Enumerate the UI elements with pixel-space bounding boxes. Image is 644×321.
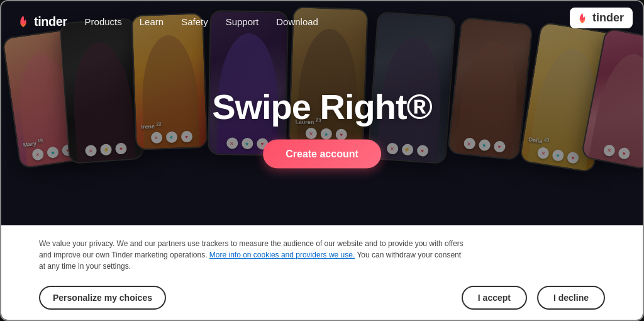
- tinder-corner-logo: tinder: [570, 8, 633, 28]
- personalize-choices-button[interactable]: Personalize my choices: [39, 286, 166, 310]
- privacy-link[interactable]: More info on cookies and providers we us…: [209, 251, 355, 259]
- nav-link-learn[interactable]: Learn: [140, 16, 164, 27]
- tinder-flame-icon: [16, 14, 30, 28]
- hero-content: Swipe Right® Create account: [212, 86, 432, 169]
- privacy-banner: We value your privacy. We and our partne…: [1, 225, 643, 320]
- nav-logo[interactable]: tinder: [16, 14, 67, 29]
- create-account-button[interactable]: Create account: [263, 140, 381, 169]
- nav-link-download[interactable]: Download: [276, 16, 318, 27]
- nav-link-support[interactable]: Support: [226, 16, 259, 27]
- nav-link-products[interactable]: Products: [85, 16, 122, 27]
- accept-button[interactable]: I accept: [462, 286, 527, 310]
- privacy-actions: Personalize my choices I accept I declin…: [39, 286, 605, 310]
- decline-button[interactable]: I decline: [537, 286, 605, 310]
- nav-links: Products Learn Safety Support Download: [85, 16, 318, 27]
- nav-link-safety[interactable]: Safety: [181, 16, 208, 27]
- nav-logo-text: tinder: [34, 14, 67, 29]
- main-frame: Mary 18 ✕ ★ ♥ ✕ ⚡ ♥: [0, 0, 644, 321]
- privacy-text: We value your privacy. We and our partne…: [39, 238, 467, 272]
- corner-logo-text: tinder: [592, 11, 624, 25]
- hero-title: Swipe Right®: [212, 86, 432, 127]
- corner-flame-icon: [576, 12, 589, 25]
- navbar: tinder Products Learn Safety Support Dow…: [1, 1, 643, 42]
- hero-section: Mary 18 ✕ ★ ♥ ✕ ⚡ ♥: [1, 1, 643, 228]
